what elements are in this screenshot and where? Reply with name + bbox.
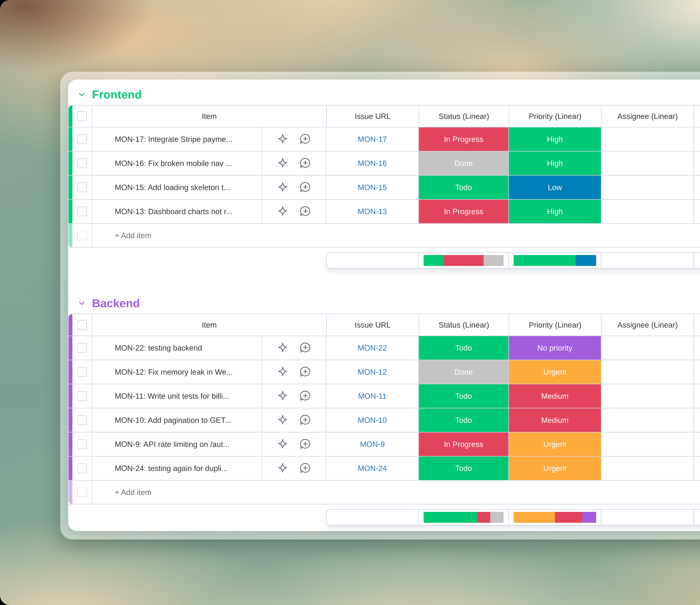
item-name[interactable]: MON-11: Write unit tests for billi... — [93, 384, 262, 408]
add-update-comment-icon[interactable] — [299, 181, 312, 194]
item-name[interactable]: MON-9: API rate limiting on /aut... — [93, 433, 262, 456]
assignee-cell[interactable] — [601, 457, 694, 480]
description-cell[interactable]: Project list shows blank sc — [694, 176, 700, 199]
status-cell[interactable]: Todo — [419, 176, 509, 199]
assignee-cell[interactable] — [601, 384, 694, 408]
group-title[interactable]: Frontend — [92, 88, 142, 101]
description-cell[interactable] — [694, 433, 700, 456]
priority-summary-bar[interactable] — [514, 512, 596, 523]
item-name[interactable]: MON-22: testing backend — [93, 336, 262, 360]
sparkle-ai-icon[interactable] — [276, 341, 289, 354]
summary-bar-segment[interactable] — [483, 255, 504, 266]
status-cell[interactable]: In Progress — [419, 127, 509, 151]
row-checkbox[interactable] — [77, 415, 87, 425]
assignee-cell[interactable] — [601, 151, 694, 175]
issue-url-link[interactable]: MON-11 — [326, 384, 419, 408]
column-header-description[interactable]: Description (Linear) — [694, 314, 700, 336]
issue-url-link[interactable]: MON-15 — [326, 176, 419, 199]
issue-url-link[interactable]: MON-9 — [326, 433, 419, 456]
add-update-comment-icon[interactable] — [299, 365, 312, 379]
assignee-cell[interactable] — [601, 408, 694, 432]
row-checkbox[interactable] — [77, 367, 87, 377]
summary-bar-segment[interactable] — [514, 512, 555, 523]
issue-url-link[interactable]: MON-16 — [326, 151, 419, 175]
column-header-item[interactable]: Item — [93, 105, 327, 127]
item-name[interactable]: MON-10: Add pagination to GET... — [93, 408, 262, 432]
select-all-checkbox[interactable] — [77, 320, 87, 330]
row-checkbox[interactable] — [77, 391, 87, 401]
sparkle-ai-icon[interactable] — [276, 365, 289, 379]
row-checkbox[interactable] — [77, 159, 87, 168]
sparkle-ai-icon[interactable] — [276, 157, 289, 170]
row-checkbox[interactable] — [77, 343, 87, 353]
column-header-priority[interactable]: Priority (Linear) — [509, 105, 602, 127]
column-header-description[interactable]: Description (Linear) — [694, 105, 700, 127]
status-cell[interactable]: Done — [419, 360, 509, 384]
description-cell[interactable] — [694, 360, 700, 384]
status-cell[interactable]: Todo — [419, 384, 509, 408]
column-header-assignee[interactable]: Assignee (Linear) — [602, 105, 694, 127]
priority-cell[interactable]: High — [509, 127, 601, 151]
summary-bar-segment[interactable] — [582, 512, 596, 523]
add-update-comment-icon[interactable] — [299, 341, 312, 354]
priority-cell[interactable]: Urgent — [509, 457, 601, 480]
status-summary-bar[interactable] — [424, 255, 504, 266]
status-cell[interactable]: Done — [419, 151, 509, 175]
add-item-button[interactable]: + Add item — [93, 481, 700, 504]
description-cell[interactable]: Chart library has a known S — [694, 200, 700, 223]
add-update-comment-icon[interactable] — [299, 414, 312, 427]
priority-cell[interactable]: Urgent — [509, 433, 601, 456]
item-name[interactable]: MON-12: Fix memory leak in We... — [93, 360, 262, 384]
column-header-item[interactable]: Item — [93, 314, 327, 336]
description-cell[interactable]: Navigation menu was unre — [694, 151, 700, 175]
sparkle-ai-icon[interactable] — [276, 438, 289, 451]
item-name[interactable]: MON-24: testing again for dupli... — [93, 457, 262, 480]
chevron-down-icon[interactable] — [78, 91, 86, 99]
row-checkbox[interactable] — [77, 439, 87, 449]
status-cell[interactable]: Todo — [419, 336, 509, 360]
status-cell[interactable]: Todo — [419, 457, 509, 480]
add-update-comment-icon[interactable] — [299, 462, 312, 475]
add-row-checkbox[interactable] — [77, 231, 87, 240]
item-name[interactable]: MON-17: Integrate Stripe payme... — [93, 127, 262, 151]
sparkle-ai-icon[interactable] — [276, 414, 289, 427]
column-header-assignee[interactable]: Assignee (Linear) — [602, 314, 694, 336]
add-update-comment-icon[interactable] — [299, 438, 312, 451]
select-all-checkbox[interactable] — [77, 111, 87, 121]
summary-bar-segment[interactable] — [576, 255, 596, 266]
summary-bar-segment[interactable] — [444, 255, 484, 266]
status-cell[interactable]: In Progress — [419, 200, 509, 223]
column-header-priority[interactable]: Priority (Linear) — [509, 314, 602, 336]
add-update-comment-icon[interactable] — [299, 390, 312, 403]
description-cell[interactable] — [694, 457, 700, 480]
sparkle-ai-icon[interactable] — [276, 390, 289, 403]
item-name[interactable]: MON-13: Dashboard charts not r... — [93, 200, 262, 223]
priority-summary-bar[interactable] — [514, 255, 596, 266]
assignee-cell[interactable] — [601, 200, 694, 223]
sparkle-ai-icon[interactable] — [276, 462, 289, 475]
row-checkbox[interactable] — [77, 463, 87, 473]
issue-url-link[interactable]: MON-12 — [326, 360, 419, 384]
add-update-comment-icon[interactable] — [299, 133, 312, 146]
add-item-button[interactable]: + Add item — [93, 224, 700, 247]
status-cell[interactable]: Todo — [419, 408, 509, 432]
sparkle-ai-icon[interactable] — [276, 133, 289, 146]
issue-url-link[interactable]: MON-24 — [326, 457, 419, 480]
summary-bar-segment[interactable] — [424, 512, 477, 523]
priority-cell[interactable]: High — [509, 200, 601, 223]
summary-bar-segment[interactable] — [514, 255, 576, 266]
description-cell[interactable] — [694, 384, 700, 408]
assignee-cell[interactable] — [601, 433, 694, 456]
row-checkbox[interactable] — [77, 207, 87, 216]
column-header-status[interactable]: Status (Linear) — [419, 105, 509, 127]
summary-bar-segment[interactable] — [555, 512, 582, 523]
summary-bar-segment[interactable] — [477, 512, 490, 523]
row-checkbox[interactable] — [77, 134, 87, 144]
column-header-issue-url[interactable]: Issue URL — [327, 105, 419, 127]
assignee-cell[interactable] — [601, 336, 694, 360]
add-update-comment-icon[interactable] — [299, 205, 312, 218]
priority-cell[interactable]: Medium — [509, 384, 601, 408]
row-checkbox[interactable] — [77, 183, 87, 192]
status-summary-bar[interactable] — [424, 512, 504, 523]
column-header-issue-url[interactable]: Issue URL — [327, 314, 419, 336]
